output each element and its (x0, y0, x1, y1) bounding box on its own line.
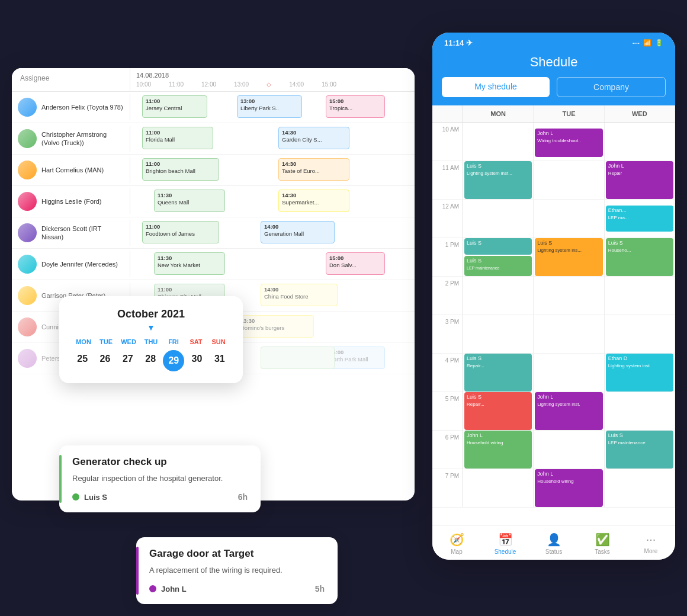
time-row-11am: 11 AM Luis SLighting system inst... John… (432, 161, 675, 200)
event-block[interactable]: 13:30Domino's burgers (237, 315, 314, 338)
event-block[interactable]: 11:30Queens Mall (154, 190, 225, 212)
event-block[interactable]: 14:30Garden City S... (278, 127, 349, 149)
fri-label: FRI (162, 338, 185, 345)
date-header: 14.08.2018 10:00 11:00 12:00 13:00 ◇ 14:… (130, 68, 415, 91)
event-ethan-lighting[interactable]: Ethan DLighting system inst (606, 354, 673, 392)
event-assignee-1: Luis S (72, 493, 107, 502)
date-label: 14.08.2018 (136, 72, 409, 79)
time-label: 5 PM (432, 392, 463, 430)
nav-shedule[interactable]: 📅 Shedule (481, 530, 529, 557)
assignee-name: Dickerson Scott (IRT Nissan) (41, 224, 124, 242)
tab-my-shedule[interactable]: My shedule (442, 77, 550, 97)
avatar (18, 349, 37, 368)
event-block[interactable]: 11:00Foodtown of James (142, 221, 219, 243)
events-cell: 11:30Queens Mall 14:30Supermarket... (130, 186, 415, 217)
bottom-nav: 🧭 Map 📅 Shedule 👤 Status ✅ Tasks ··· Mor… (432, 525, 675, 560)
event-luis-1pm[interactable]: Luis S (464, 238, 532, 255)
event-john-household-6pm[interactable]: John LHousehold wiring (464, 431, 532, 469)
event-block[interactable]: 14:30Taste of Euro... (278, 158, 349, 181)
shedule-icon: 📅 (498, 532, 513, 547)
events-cell: 11:00Foodtown of James 14:00Generation M… (130, 217, 415, 248)
dc-header: Assignee 14.08.2018 10:00 11:00 12:00 13… (12, 68, 415, 92)
time-label: 1 PM (432, 238, 463, 276)
day-29-today[interactable]: 29 (163, 350, 184, 371)
avatar (18, 286, 37, 305)
event-block[interactable]: 14:30Supermarket... (278, 190, 349, 212)
tue-cell-11am (534, 161, 604, 199)
wed-cell-2pm (605, 277, 675, 315)
event-block[interactable]: 14:00Generation Mall (261, 221, 335, 243)
event-luis-repair-5pm[interactable]: Luis SRepair... (464, 392, 532, 430)
event-block[interactable]: 11:00Jersey Central (142, 95, 207, 118)
mon-cell-10am (463, 123, 534, 161)
day-26[interactable]: 26 (95, 350, 115, 371)
tab-company[interactable]: Company (557, 77, 666, 97)
day-25[interactable]: 25 (72, 350, 92, 371)
day-31[interactable]: 31 (210, 350, 230, 371)
event-block[interactable]: 11:30New York Market (154, 252, 225, 275)
event-luis-repair-4pm[interactable]: Luis SRepair... (464, 354, 532, 392)
event-john-household-7pm[interactable]: John LHousehold wiring (535, 469, 602, 507)
assignee-cell: Higgins Leslie (Ford) (12, 188, 130, 214)
time-col-header (432, 105, 463, 122)
status-icon: 👤 (547, 532, 561, 547)
time-label: 10 AM (432, 123, 463, 161)
more-icon: ··· (646, 532, 656, 546)
event-john-repair[interactable]: John LRepair (606, 161, 673, 199)
wed-cell-3pm (605, 315, 675, 353)
event-luis-lep[interactable]: Luis SLEP maintenance (464, 256, 532, 276)
nav-more[interactable]: ··· More (627, 530, 675, 557)
events-cell: 11:30New York Market 15:00Don Salv... (130, 249, 415, 280)
event-block[interactable]: 14:00China Food Store (261, 284, 338, 306)
events-cell: 11:00Jersey Central 13:00Liberty Park S.… (130, 92, 415, 123)
event-john-wiring[interactable]: John LWiring troubleshoot.. (535, 129, 602, 157)
nav-map-label: Map (451, 548, 462, 555)
assignee-cell: Doyle Jennifer (Mercedes) (12, 251, 130, 277)
assignee-name-1: Luis S (84, 493, 107, 502)
nav-tasks[interactable]: ✅ Tasks (578, 530, 627, 557)
mini-cal-grid: 25 26 27 28 29 30 31 (72, 350, 230, 371)
event-block[interactable]: 15:00Tropica... (326, 95, 385, 118)
wed-cell-5pm (605, 392, 675, 430)
wed-cell-4pm: Ethan DLighting system inst (605, 354, 675, 392)
nav-shedule-label: Shedule (495, 548, 516, 555)
app-title: Shedule (432, 54, 675, 70)
assignee-cell: Dickerson Scott (IRT Nissan) (12, 220, 130, 246)
signal-icon: ···· (633, 40, 640, 47)
tue-cell-6pm (534, 431, 604, 469)
status-icons: ···· 📶 🔋 (633, 39, 663, 47)
mon-cell-7pm (463, 469, 534, 507)
mon-cell-12am (463, 200, 534, 238)
nav-map[interactable]: 🧭 Map (432, 530, 481, 557)
event-ethan-lep[interactable]: Ethan...LEP ma... (606, 206, 673, 232)
table-row: Doyle Jennifer (Mercedes) 11:30New York … (12, 249, 415, 280)
event-block[interactable]: 15:00North Park Mall (326, 346, 385, 369)
wed-cell-6pm: Luis SLEP maintenance (605, 431, 675, 469)
assignee-name: Christopher Armstrong (Volvo (Truck)) (41, 130, 124, 147)
wifi-icon: 📶 (643, 39, 651, 47)
event-block[interactable]: 11:00Florida Mall (142, 127, 213, 149)
assignee-name: Anderson Felix (Toyota 978) (41, 103, 123, 111)
event-john-lighting-5pm[interactable]: John LLighting system inst. (535, 392, 602, 430)
nav-more-label: More (644, 548, 658, 554)
event-block[interactable]: 13:00Liberty Park S.. (237, 95, 302, 118)
event-block[interactable]: 15:00Don Salv... (326, 252, 385, 275)
mon-cell-4pm: Luis SRepair... (463, 354, 534, 392)
event-block[interactable] (261, 346, 335, 369)
event-block[interactable]: 11:00Brighton beach Mall (142, 158, 219, 181)
table-row: Hart Cornelius (MAN) 11:00Brighton beach… (12, 155, 415, 186)
event-luis-household[interactable]: Luis SHouseho... (606, 238, 673, 276)
event-title-2: Garage door at Target (149, 548, 325, 560)
days-header: MON TUE WED THU FRI SAT SUN (72, 338, 230, 345)
mon-cell-2pm (463, 277, 534, 315)
time-label: 12 AM (432, 200, 463, 238)
chevron-down-icon[interactable]: ▼ (72, 323, 230, 332)
nav-status[interactable]: 👤 Status (529, 530, 578, 557)
day-30[interactable]: 30 (187, 350, 207, 371)
events-cell: 11:00Brighton beach Mall 14:30Taste of E… (130, 155, 415, 185)
event-luis-lighting[interactable]: Luis SLighting system inst... (464, 161, 532, 199)
event-luis-lighting-orange[interactable]: Luis SLighting system ins... (535, 238, 602, 276)
day-27[interactable]: 27 (118, 350, 138, 371)
event-luis-lep-6pm[interactable]: Luis SLEP maintenance (606, 431, 673, 469)
day-28[interactable]: 28 (140, 350, 160, 371)
